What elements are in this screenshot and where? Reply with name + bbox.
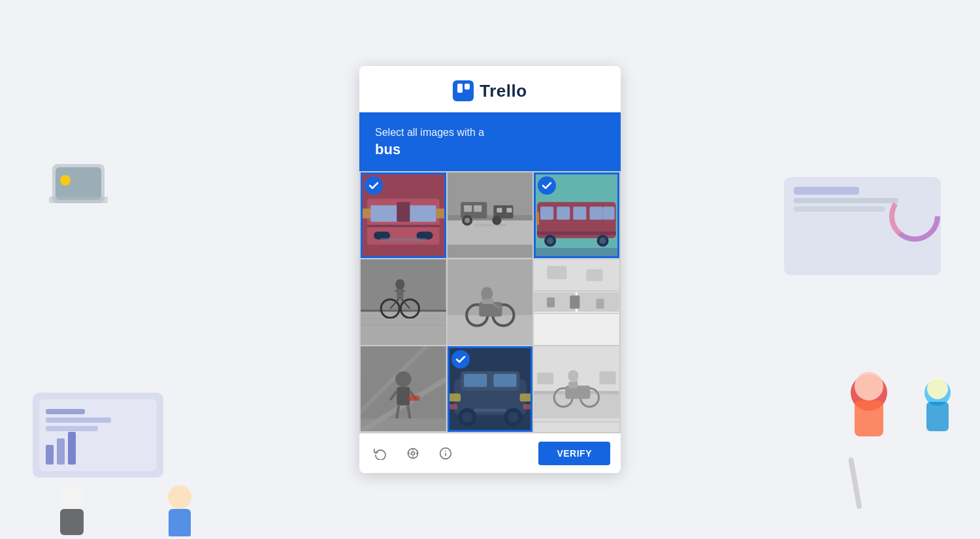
checkmark-icon	[368, 180, 379, 191]
svg-rect-47	[474, 206, 482, 212]
svg-point-66	[600, 238, 606, 244]
svg-rect-80	[397, 289, 403, 299]
captcha-image-cell[interactable]	[534, 172, 619, 258]
svg-rect-62	[537, 232, 616, 235]
captcha-image-cell[interactable]	[361, 172, 446, 258]
svg-rect-124	[523, 404, 532, 409]
svg-rect-140	[537, 372, 553, 384]
svg-rect-9	[46, 445, 54, 465]
svg-rect-44	[448, 216, 533, 221]
svg-point-12	[60, 485, 84, 509]
verify-button[interactable]: VERIFY	[538, 442, 610, 465]
svg-rect-51	[474, 224, 506, 227]
captcha-image-cell[interactable]	[361, 259, 446, 345]
audio-button[interactable]	[402, 443, 423, 464]
check-badge	[538, 176, 556, 195]
audio-icon	[406, 447, 419, 460]
svg-point-126	[462, 412, 472, 422]
captcha-banner: Select all images with a bus	[359, 112, 621, 171]
cell-inner	[361, 346, 446, 432]
svg-rect-50	[506, 208, 512, 213]
svg-rect-37	[367, 225, 440, 227]
svg-rect-139	[569, 382, 578, 388]
svg-rect-115	[361, 418, 446, 431]
svg-point-138	[568, 370, 579, 382]
svg-rect-70	[361, 312, 446, 345]
app-title: Trello	[480, 81, 527, 101]
background-illustration-right	[758, 112, 967, 539]
svg-rect-118	[461, 371, 519, 391]
cell-inner	[361, 259, 446, 345]
svg-rect-39	[361, 209, 370, 219]
captcha-instruction-line2: bus	[375, 141, 605, 158]
checkmark-icon	[542, 180, 552, 191]
captcha-image-cell[interactable]	[448, 259, 533, 345]
svg-rect-109	[397, 387, 410, 405]
svg-point-79	[395, 279, 404, 289]
svg-point-127	[504, 408, 522, 426]
cell-inner	[534, 346, 619, 432]
svg-rect-13	[60, 509, 84, 535]
svg-rect-117	[454, 379, 527, 415]
svg-rect-57	[540, 207, 553, 220]
svg-point-108	[395, 371, 411, 387]
svg-rect-11	[68, 432, 76, 465]
cell-inner	[534, 259, 619, 345]
svg-rect-122	[519, 393, 532, 401]
captcha-image-grid	[359, 171, 621, 433]
svg-rect-30	[848, 457, 862, 510]
captcha-image-cell[interactable]	[448, 346, 533, 432]
svg-rect-43	[448, 219, 533, 245]
captcha-image-cell[interactable]	[448, 172, 533, 258]
svg-rect-119	[464, 374, 487, 387]
refresh-button[interactable]	[370, 443, 391, 464]
trello-icon-col-right	[465, 84, 470, 90]
svg-rect-40	[436, 209, 446, 219]
svg-rect-141	[600, 371, 616, 384]
captcha-image-cell[interactable]	[534, 346, 619, 432]
svg-point-64	[547, 238, 553, 244]
svg-rect-15	[169, 509, 191, 536]
svg-rect-29	[926, 402, 949, 431]
svg-rect-123	[448, 404, 457, 409]
cell-inner	[448, 259, 533, 345]
captcha-image-cell[interactable]	[534, 259, 619, 345]
svg-rect-67	[534, 248, 619, 258]
modal-card: Trello Select all images with a bus	[359, 66, 621, 472]
svg-rect-102	[587, 269, 603, 281]
svg-rect-98	[596, 299, 604, 308]
cell-inner	[361, 172, 446, 258]
svg-rect-41	[380, 238, 426, 242]
svg-rect-38	[397, 203, 410, 222]
info-button[interactable]	[435, 443, 456, 464]
trello-icon	[453, 80, 474, 101]
svg-rect-120	[493, 374, 516, 387]
modal-logo-area: Trello	[359, 66, 621, 112]
svg-rect-100	[534, 312, 619, 345]
svg-rect-26	[855, 400, 883, 436]
captcha-instruction-line1: Select all images with a	[375, 127, 605, 139]
info-icon	[439, 447, 452, 460]
svg-point-144	[412, 451, 415, 455]
svg-point-54	[492, 216, 501, 225]
svg-point-2	[60, 175, 71, 186]
svg-rect-20	[794, 198, 898, 203]
svg-point-91	[481, 287, 493, 300]
svg-rect-129	[474, 408, 506, 412]
check-badge	[451, 350, 470, 368]
trello-icon-col-left	[457, 84, 463, 93]
svg-point-28	[927, 378, 948, 399]
svg-rect-56	[537, 203, 616, 238]
svg-point-25	[855, 372, 883, 400]
cell-inner	[448, 172, 533, 258]
captcha-image-cell[interactable]	[361, 346, 446, 432]
svg-rect-99	[534, 259, 619, 292]
svg-rect-84	[448, 316, 533, 345]
captcha-footer: VERIFY	[359, 433, 621, 473]
footer-icon-group	[370, 443, 456, 464]
svg-rect-114	[408, 395, 419, 400]
svg-rect-8	[46, 426, 98, 431]
svg-point-125	[458, 408, 476, 426]
svg-rect-32	[367, 199, 440, 245]
captcha-modal: Trello Select all images with a bus	[359, 66, 621, 472]
